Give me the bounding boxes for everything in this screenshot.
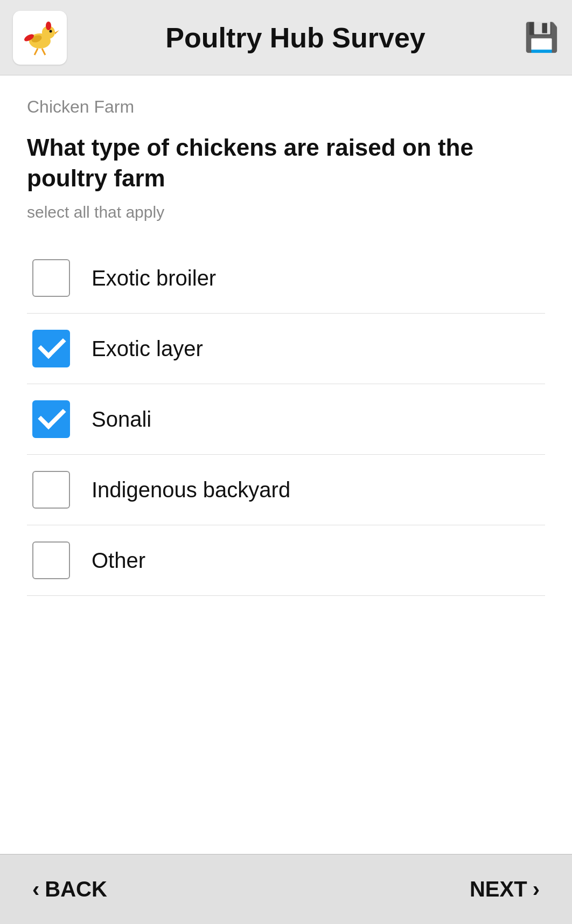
option-label-exotic-layer: Exotic layer xyxy=(92,337,203,361)
back-button[interactable]: ‹ BACK xyxy=(32,877,107,901)
checkbox-other[interactable] xyxy=(32,541,70,579)
option-row-indigenous[interactable]: Indigenous backyard xyxy=(27,455,545,525)
checkbox-exotic-broiler[interactable] xyxy=(32,259,70,297)
option-label-other: Other xyxy=(92,548,145,573)
back-chevron-icon: ‹ xyxy=(32,877,39,901)
option-row-exotic-layer[interactable]: Exotic layer xyxy=(27,314,545,384)
chicken-icon xyxy=(20,18,59,57)
next-button[interactable]: NEXT › xyxy=(470,877,540,901)
option-label-indigenous: Indigenous backyard xyxy=(92,478,290,502)
option-label-exotic-broiler: Exotic broiler xyxy=(92,266,216,290)
instruction-text: select all that apply xyxy=(27,203,545,221)
svg-line-7 xyxy=(42,48,45,55)
svg-marker-3 xyxy=(55,30,59,34)
option-row-other[interactable]: Other xyxy=(27,525,545,596)
next-label: NEXT xyxy=(470,877,527,901)
option-label-sonali: Sonali xyxy=(92,407,151,432)
section-label: Chicken Farm xyxy=(27,97,545,117)
footer: ‹ BACK NEXT › xyxy=(0,854,572,924)
save-icon[interactable]: 💾 xyxy=(524,21,559,54)
checkbox-indigenous[interactable] xyxy=(32,471,70,509)
app-title: Poultry Hub Survey xyxy=(67,22,524,54)
next-chevron-icon: › xyxy=(533,877,540,901)
app-header: Poultry Hub Survey 💾 xyxy=(0,0,572,75)
svg-line-6 xyxy=(34,48,38,55)
main-content: Chicken Farm What type of chickens are r… xyxy=(0,75,572,854)
option-row-sonali[interactable]: Sonali xyxy=(27,384,545,455)
back-label: BACK xyxy=(45,877,107,901)
svg-point-4 xyxy=(50,30,52,32)
options-list: Exotic broilerExotic layerSonaliIndigeno… xyxy=(27,243,545,596)
app-logo xyxy=(13,11,67,65)
checkbox-sonali[interactable] xyxy=(32,400,70,438)
checkbox-exotic-layer[interactable] xyxy=(32,330,70,367)
svg-point-2 xyxy=(46,22,51,30)
option-row-exotic-broiler[interactable]: Exotic broiler xyxy=(27,243,545,314)
question-text: What type of chickens are raised on the … xyxy=(27,132,545,193)
